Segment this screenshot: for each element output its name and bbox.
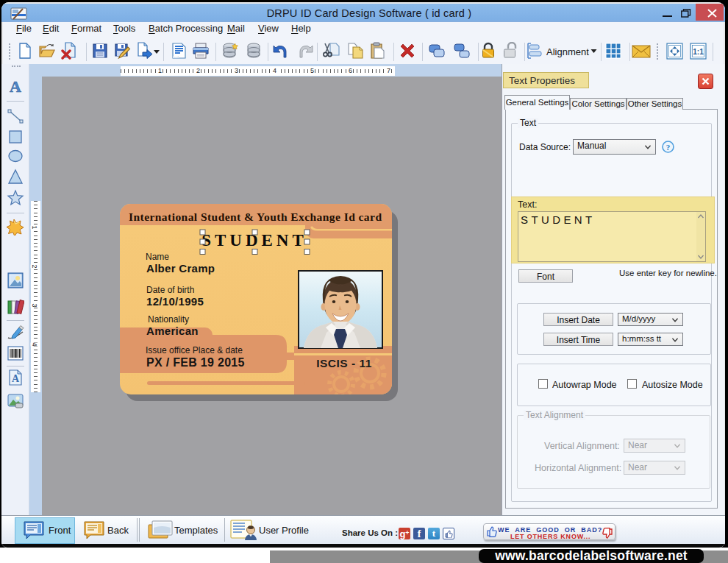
svg-text:A: A: [10, 79, 21, 95]
svg-text:Name: Name: [146, 252, 169, 262]
svg-text:1:1: 1:1: [693, 48, 704, 56]
svg-text:International Student & Youth: International Student & Youth Exchange I…: [129, 210, 382, 223]
svg-text:ISCIS - 11: ISCIS - 11: [316, 357, 372, 369]
svg-text:Date of birth: Date of birth: [146, 285, 194, 295]
svg-text:Issue office Place & date: Issue office Place & date: [146, 345, 243, 355]
svg-text:PX / FEB 19 2015: PX / FEB 19 2015: [146, 356, 245, 369]
svg-text:?: ?: [666, 143, 671, 152]
svg-text:A: A: [12, 373, 20, 384]
svg-text:12/10/1995: 12/10/1995: [146, 295, 204, 308]
svg-text:American: American: [146, 325, 199, 337]
svg-text:Nationality: Nationality: [148, 314, 189, 325]
svg-text:Alber Cramp: Alber Cramp: [146, 262, 215, 275]
